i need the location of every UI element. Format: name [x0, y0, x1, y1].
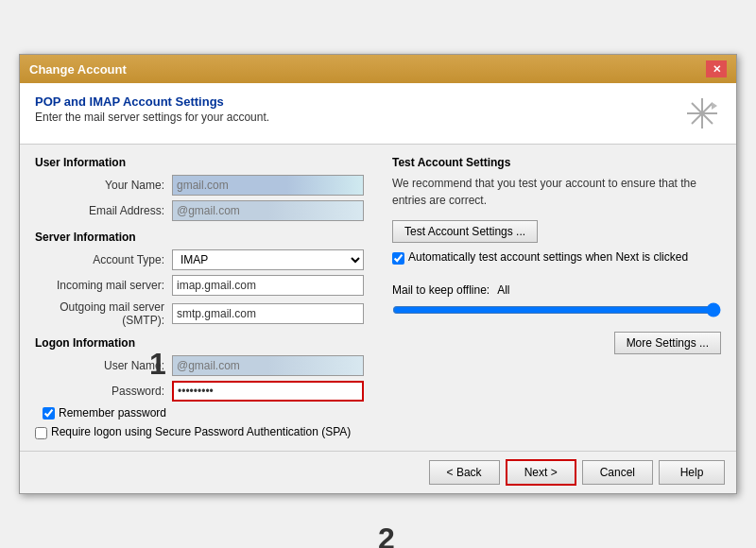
next-button[interactable]: Next > [506, 459, 576, 486]
mail-offline-value: All [497, 283, 509, 297]
remember-password-row: Remember password [43, 406, 364, 420]
password-label: Password: [35, 385, 172, 398]
left-panel: User Information Your Name: Email Addres… [35, 156, 364, 439]
email-address-row: Email Address: [35, 200, 364, 221]
close-button[interactable]: ✕ [706, 60, 727, 77]
dialog-title: Change Account [29, 62, 127, 77]
mail-offline-slider-container [392, 302, 721, 320]
your-name-row: Your Name: [35, 175, 364, 196]
server-info-title: Server Information [35, 231, 364, 244]
dialog-window: Change Account ✕ POP and IMAP Account Se… [19, 54, 737, 494]
test-description: We recommend that you test your account … [392, 175, 721, 209]
more-settings-button[interactable]: More Settings ... [614, 332, 721, 354]
right-panel: Test Account Settings We recommend that … [383, 156, 721, 439]
outgoing-mail-label: Outgoing mail server (SMTP): [35, 300, 172, 327]
mail-offline-slider[interactable] [392, 302, 721, 317]
header-heading: POP and IMAP Account Settings [35, 94, 269, 109]
email-address-input[interactable] [172, 200, 364, 221]
incoming-mail-row: Incoming mail server: [35, 275, 364, 296]
incoming-mail-input[interactable] [172, 275, 364, 296]
username-label: User Name: [35, 359, 172, 372]
auto-test-checkbox[interactable] [392, 252, 404, 265]
test-section-title: Test Account Settings [392, 156, 721, 169]
password-input[interactable] [172, 381, 364, 402]
title-bar: Change Account ✕ [20, 55, 736, 83]
password-row: Password: [35, 381, 364, 402]
mail-offline-label: Mail to keep offline: [392, 283, 490, 297]
incoming-mail-label: Incoming mail server: [35, 279, 172, 292]
your-name-input[interactable] [172, 175, 364, 196]
annotation-badge-2: 2 [378, 522, 395, 548]
account-type-row: Account Type: IMAP POP3 [35, 249, 364, 270]
outgoing-mail-input[interactable] [172, 303, 364, 324]
auto-test-label: Automatically test account settings when… [408, 250, 688, 264]
header-subtext: Enter the mail server settings for your … [35, 111, 269, 124]
back-button[interactable]: < Back [429, 460, 500, 485]
your-name-label: Your Name: [35, 179, 172, 192]
dialog-footer: < Back Next > Cancel Help [20, 451, 736, 493]
account-type-label: Account Type: [35, 253, 172, 266]
username-input[interactable] [172, 355, 364, 376]
logon-info-title: Logon Information [35, 336, 364, 350]
test-account-settings-button[interactable]: Test Account Settings ... [392, 220, 538, 243]
email-address-label: Email Address: [35, 204, 172, 217]
remember-password-checkbox[interactable] [43, 407, 55, 420]
help-button[interactable]: Help [659, 460, 725, 485]
mail-offline-row: Mail to keep offline: All [392, 283, 721, 297]
spa-checkbox[interactable] [35, 427, 47, 439]
spa-label: Require logon using Secure Password Auth… [51, 425, 351, 438]
dialog-body: User Information Your Name: Email Addres… [20, 145, 736, 451]
more-settings-row: More Settings ... [392, 332, 721, 354]
outgoing-mail-row: Outgoing mail server (SMTP): [35, 300, 364, 327]
username-row: User Name: [35, 355, 364, 376]
cancel-button[interactable]: Cancel [582, 460, 653, 485]
dialog-header: POP and IMAP Account Settings Enter the … [20, 83, 736, 145]
auto-test-row: Automatically test account settings when… [392, 250, 721, 265]
account-type-select[interactable]: IMAP POP3 [172, 249, 364, 270]
header-text: POP and IMAP Account Settings Enter the … [35, 94, 269, 124]
spa-row: Require logon using Secure Password Auth… [35, 425, 364, 439]
cursor-icon [683, 94, 721, 132]
remember-password-label: Remember password [59, 406, 166, 420]
user-info-title: User Information [35, 156, 364, 169]
svg-marker-4 [712, 102, 717, 110]
